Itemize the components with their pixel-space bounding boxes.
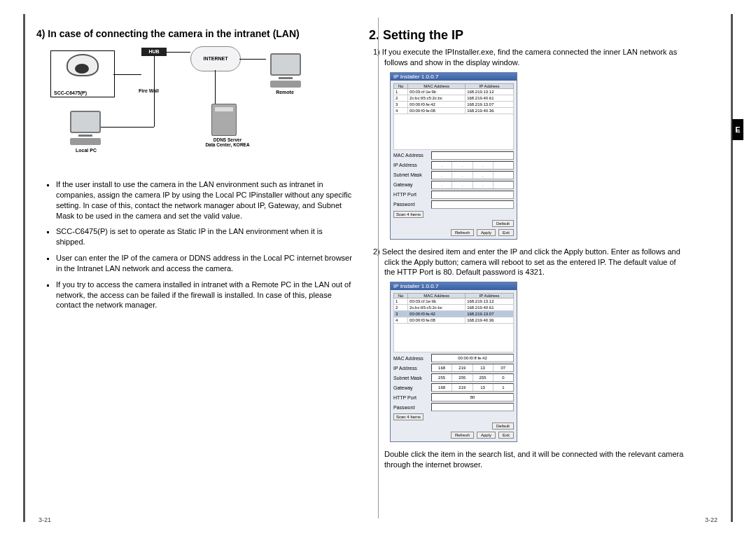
mac-field[interactable]: 00:00:f0:ff:fe:42 (431, 354, 514, 362)
left-heading: 4) In case of connecting the camera in t… (36, 28, 352, 39)
refresh-button[interactable]: Refresh (451, 432, 474, 439)
table-row[interactable]: 300:00:f0:fe:42168.219.13.07 (394, 101, 514, 107)
ip-installer-window: IP Installer 1.0.0.7 No MAC Address IP A… (390, 72, 517, 240)
apply-button[interactable]: Apply (477, 229, 496, 236)
mac-field[interactable] (431, 151, 514, 160)
table-row[interactable]: 400:00:f0:fe:08168.219.40.36 (394, 107, 514, 114)
page-border-right (731, 14, 733, 522)
mac-label: MAC Address (393, 153, 431, 158)
page-number-left: 3-21 (38, 516, 51, 523)
exit-button[interactable]: Exit (498, 432, 514, 439)
http-label: HTTP Port (393, 192, 431, 197)
step-2: 2) Select the desired item and enter the… (369, 247, 685, 278)
footer-note: Double click the item in the search list… (384, 449, 685, 470)
scan-button[interactable]: Scan 4 Items (393, 211, 424, 218)
page-right: 2. Setting the IP 1) If you execute the … (360, 28, 693, 470)
table-row[interactable]: 100:03:cf:1e:9b168.219.13.12 (394, 88, 514, 95)
mask-field[interactable]: ... (431, 171, 514, 179)
pw-field[interactable] (431, 200, 514, 209)
page-number-right: 3-22 (705, 516, 718, 523)
network-diagram: SCC-C6475(P) HUB INTERNET Remote Fire Wa… (50, 46, 316, 172)
apply-button[interactable]: Apply (477, 432, 496, 439)
page-left: 4) In case of connecting the camera in t… (28, 28, 360, 470)
col-ip: IP Address (465, 83, 514, 88)
table-row[interactable]: 400:00:f0:fe:08168.219.40.36 (394, 317, 514, 324)
remote-pc-icon (266, 53, 305, 87)
internet-cloud-icon: INTERNET (190, 46, 241, 71)
pw-field[interactable] (431, 403, 514, 411)
local-pc-icon (66, 111, 105, 144)
ip-installer-window-filled: IP Installer 1.0.0.7 No MAC Address IP A… (390, 282, 517, 442)
table-row[interactable]: 22c:bc:95:c5:2c:bc168.219.40.61 (394, 305, 514, 311)
mask-field[interactable]: 2552552550 (431, 373, 514, 382)
section-tab: E (732, 119, 743, 140)
col-mac: MAC Address (408, 83, 465, 88)
device-table[interactable]: No MAC Address IP Address 100:03:cf:1e:9… (393, 83, 514, 150)
scan-button[interactable]: Scan 4 Items (393, 413, 424, 420)
default-button[interactable]: Default (492, 422, 514, 430)
table-row-selected[interactable]: 300:00:f0:fe:42168.219.13.07 (394, 311, 514, 317)
ip-field[interactable]: 1682191307 (431, 364, 514, 372)
mask-label: Subnet Mask (393, 172, 431, 177)
camera-model-label: SCC-C6475(P) (54, 90, 87, 95)
gw-field[interactable]: ... (431, 181, 514, 189)
pw-label: Password (393, 202, 431, 207)
bullet-item: User can enter the IP of the camera or D… (56, 253, 352, 274)
page-separator (378, 18, 379, 518)
bullet-item: If you try to access the camera installe… (56, 280, 352, 311)
table-row[interactable]: 100:03:cf:1e:9b168.219.13.12 (394, 298, 514, 305)
bullet-list: If the user install to use the camera in… (36, 179, 352, 310)
gw-label: Gateway (393, 182, 431, 187)
step-1: 1) If you execute the IPInstaller.exe, f… (369, 47, 685, 68)
remote-pc-label: Remote (260, 90, 309, 95)
http-field[interactable]: 80 (431, 393, 514, 401)
ip-field[interactable]: ... (431, 161, 514, 170)
table-row[interactable]: 22c:bc:95:c5:2c:bc168.219.40.61 (394, 95, 514, 101)
http-field[interactable] (431, 191, 514, 199)
camera-box: SCC-C6475(P) (50, 50, 115, 97)
gw-field[interactable]: 168219131 (431, 383, 514, 392)
bullet-item: SCC-C6475(P) is set to operate as Static… (56, 226, 352, 247)
dome-camera-icon (66, 54, 99, 76)
refresh-button[interactable]: Refresh (451, 229, 474, 236)
local-pc-label: Local PC (62, 148, 111, 153)
firewall-label: Fire Wall (139, 88, 159, 93)
page-border-left (23, 14, 25, 522)
ddns-server-label: DDNS ServerData Center, KOREA (189, 137, 266, 147)
bullet-item: If the user install to use the camera in… (56, 179, 352, 221)
right-heading: 2. Setting the IP (369, 28, 685, 43)
hub-label: HUB (141, 48, 167, 56)
exit-button[interactable]: Exit (498, 229, 514, 236)
col-no: No (394, 83, 408, 88)
device-table[interactable]: No MAC Address IP Address 100:03:cf:1e:9… (393, 293, 514, 352)
window-title: IP Installer 1.0.0.7 (391, 282, 517, 290)
default-button[interactable]: Default (492, 220, 514, 227)
ddns-server-icon (211, 104, 237, 136)
window-title: IP Installer 1.0.0.7 (391, 73, 517, 81)
ip-label: IP Address (393, 163, 431, 167)
